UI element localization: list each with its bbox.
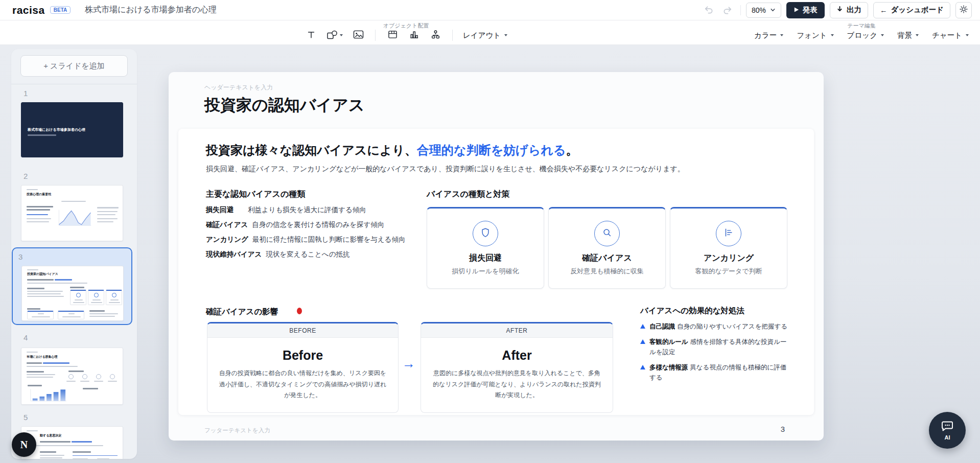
theme-background-dropdown[interactable]: 背景 bbox=[897, 31, 919, 40]
object-tools-group: オブジェクト配置 bbox=[305, 20, 507, 45]
bias-measures-section: バイアスの種類と対策 損失回避 損切りルールを明確化 bbox=[427, 189, 787, 289]
mini-card bbox=[106, 290, 122, 305]
slide-3-thumbnail[interactable]: 投資家の認知バイアス bbox=[21, 266, 124, 321]
skeleton-line bbox=[38, 313, 44, 314]
chart-tool-button[interactable] bbox=[407, 29, 421, 41]
lead-statement[interactable]: 投資家は様々な認知バイアスにより、合理的な判断を妨げられる。 bbox=[206, 142, 578, 158]
text-tool-button[interactable] bbox=[305, 29, 318, 41]
skeleton-line bbox=[40, 441, 71, 443]
zoom-select[interactable]: 80% bbox=[746, 3, 781, 18]
shape-tool-button[interactable] bbox=[326, 29, 343, 41]
notion-avatar-button[interactable]: N bbox=[12, 432, 36, 457]
skeleton-line bbox=[109, 302, 120, 303]
before-card[interactable]: BEFORE Before 自身の投資戦略に都合の良い情報だけを集め、リスク要因… bbox=[207, 322, 399, 413]
thumb-title: 投資心理の重要性 bbox=[27, 192, 51, 197]
header-text-placeholder[interactable]: ヘッダーテキストを入力 bbox=[204, 83, 273, 92]
icon-circle bbox=[594, 221, 620, 246]
redo-button[interactable] bbox=[721, 3, 735, 17]
skeleton-line bbox=[40, 455, 64, 456]
skeleton-line bbox=[89, 316, 115, 317]
list-item: 現状維持バイアス現状を変えることへの抵抗 bbox=[206, 250, 415, 259]
chevron-down-icon bbox=[770, 6, 776, 14]
skeleton-line bbox=[27, 352, 38, 353]
mini-after-box bbox=[58, 311, 84, 319]
layout-label: レイアウト bbox=[463, 31, 501, 40]
thumb-title: 市場における群集心理 bbox=[27, 355, 58, 359]
remedies-section[interactable]: バイアスへの効果的な対処法 自己認識自身の陥りやすいバイアスを把握する 客観的ル… bbox=[640, 306, 788, 383]
image-icon bbox=[353, 30, 364, 41]
undo-button[interactable] bbox=[702, 3, 716, 17]
skeleton-line bbox=[68, 371, 84, 372]
skeleton-line bbox=[27, 269, 38, 270]
undo-icon bbox=[704, 5, 713, 16]
table-tool-button[interactable] bbox=[386, 29, 399, 41]
impact-heading[interactable]: 確証バイアスの影響 bbox=[206, 307, 278, 317]
theme-font-dropdown[interactable]: フォント bbox=[797, 31, 833, 40]
skeleton-line bbox=[89, 310, 105, 312]
measure-card-loss-aversion[interactable]: 損失回避 損切りルールを明確化 bbox=[427, 207, 544, 289]
zoom-value: 80% bbox=[752, 6, 766, 14]
skeleton-line bbox=[70, 287, 84, 288]
measure-card-anchoring[interactable]: アンカリング 客観的なデータで判断 bbox=[670, 207, 787, 289]
ai-assistant-button[interactable]: AI bbox=[929, 412, 966, 449]
shield-icon bbox=[480, 227, 491, 240]
bias-types-section[interactable]: 主要な認知バイアスの種類 損失回避利益よりも損失を過大に評価する傾向 確証バイア… bbox=[206, 189, 415, 259]
skeleton-line bbox=[73, 458, 88, 459]
play-icon bbox=[794, 6, 799, 14]
left-arrow-icon: ← bbox=[880, 6, 888, 14]
slide-canvas[interactable]: ヘッダーテキストを入力 投資家の認知バイアス 投資家は様々な認知バイアスにより、… bbox=[169, 72, 824, 441]
lead-subtext[interactable]: 損失回避、確証バイアス、アンカリングなどが一般的なバイアスであり、投資判断に誤り… bbox=[206, 165, 685, 174]
before-title: Before bbox=[207, 348, 398, 363]
export-button[interactable]: 出力 bbox=[830, 2, 868, 18]
slide-1-thumbnail[interactable]: 株式市場における市場参加者の心理 bbox=[21, 102, 123, 157]
footer-text-placeholder[interactable]: フッターテキストを入力 bbox=[204, 427, 270, 434]
skeleton-line bbox=[27, 371, 44, 373]
settings-button[interactable] bbox=[955, 2, 972, 18]
present-button[interactable]: 発表 bbox=[786, 2, 825, 18]
bar-list-icon bbox=[723, 227, 734, 240]
theme-block-dropdown[interactable]: ブロック bbox=[847, 31, 884, 40]
slide-4-number: 4 bbox=[24, 333, 28, 342]
chevron-down-icon bbox=[780, 34, 783, 36]
skeleton-line bbox=[97, 458, 109, 459]
theme-chart-dropdown[interactable]: チャート bbox=[932, 31, 969, 40]
theme-tools-group: テーマ編集 カラー フォント ブロック 背景 チャート bbox=[754, 20, 969, 45]
skeleton-line bbox=[68, 313, 75, 314]
skeleton-line bbox=[43, 362, 69, 364]
theme-color-dropdown[interactable]: カラー bbox=[754, 31, 783, 40]
thumb-title: 株式市場における市場参加者の心理 bbox=[28, 127, 85, 132]
skeleton-line bbox=[97, 211, 118, 212]
object-tools-label: オブジェクト配置 bbox=[305, 22, 507, 30]
document-title[interactable]: 株式市場における市場参加者の心理 bbox=[85, 5, 217, 15]
slide-4-thumbnail[interactable]: 市場における群集心理 bbox=[21, 348, 123, 405]
slide-2-thumbnail[interactable]: 投資心理の重要性 bbox=[21, 185, 123, 241]
skeleton-line bbox=[92, 299, 101, 300]
remedy-item: 客観的ルール感情を排除する具体的な投資ルールを設定 bbox=[640, 337, 788, 357]
skeleton-line bbox=[27, 214, 48, 215]
object-toolbar: オブジェクト配置 bbox=[0, 20, 980, 45]
diagram-tool-button[interactable] bbox=[429, 29, 442, 41]
skeleton-line bbox=[27, 293, 61, 294]
skeleton-line bbox=[91, 302, 102, 303]
app-root: racisa BETA 株式市場における市場参加者の心理 80% bbox=[0, 0, 980, 463]
skeleton-line bbox=[97, 207, 119, 209]
list-item: アンカリング最初に得た情報に固執し判断に影響を与える傾向 bbox=[206, 235, 415, 244]
before-text: 自身の投資戦略に都合の良い情報だけを集め、リスク要因を過小評価し、不適切なタイミ… bbox=[207, 368, 398, 401]
skeleton-line bbox=[27, 377, 53, 378]
slide-title[interactable]: 投資家の認知バイアス bbox=[204, 95, 365, 116]
chevron-down-icon bbox=[916, 34, 919, 36]
card-title: 確証バイアス bbox=[549, 253, 665, 264]
after-card[interactable]: AFTER After 意図的に多様な視点や批判的意見を取り入れることで、多角的… bbox=[421, 322, 613, 413]
image-tool-button[interactable] bbox=[352, 29, 365, 41]
triangle-bullet-icon bbox=[640, 339, 645, 344]
dashboard-button[interactable]: ← ダッシュボード bbox=[873, 2, 950, 18]
app-logo: racisa bbox=[12, 4, 45, 16]
export-label: 出力 bbox=[847, 5, 861, 15]
layout-dropdown[interactable]: レイアウト bbox=[463, 31, 507, 40]
skeleton-line bbox=[27, 430, 38, 431]
add-slide-button[interactable]: + スライドを追加 bbox=[20, 55, 128, 77]
measure-card-confirmation-bias[interactable]: 確証バイアス 反対意見も積極的に収集 bbox=[548, 207, 666, 289]
thumb-title: 投資家の認知バイアス bbox=[27, 272, 58, 276]
slide-5-thumbnail[interactable]: 動する意思決定 bbox=[21, 426, 123, 459]
after-text: 意図的に多様な視点や批判的意見を取り入れることで、多角的なリスク評価が可能となり… bbox=[421, 368, 613, 401]
